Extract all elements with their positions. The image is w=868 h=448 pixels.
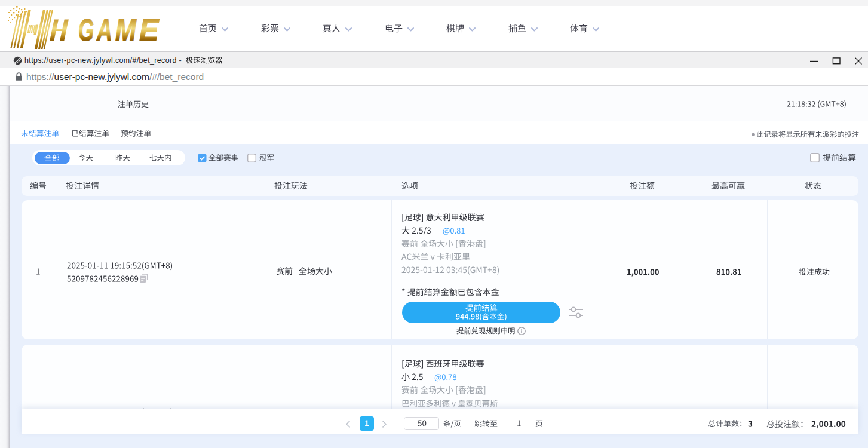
svg-text:E: E [139, 13, 160, 47]
svg-text:G: G [78, 13, 94, 47]
svg-text:A: A [96, 13, 112, 47]
svg-text:M: M [115, 14, 137, 48]
